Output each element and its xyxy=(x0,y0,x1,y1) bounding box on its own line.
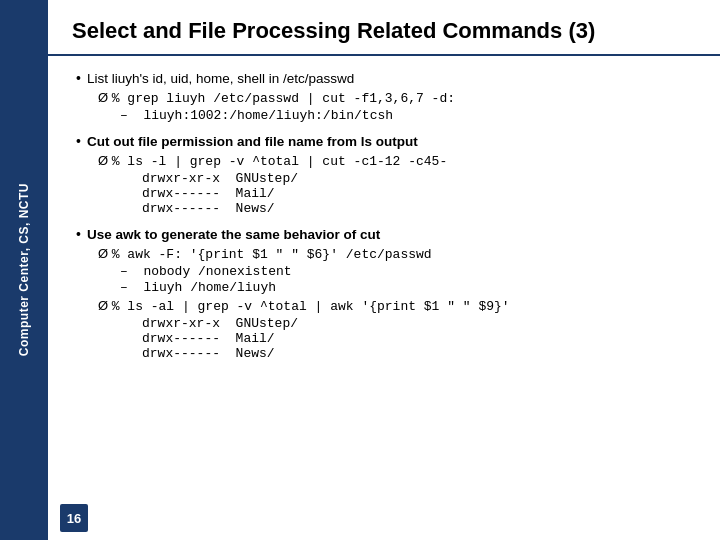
bullet-1: • xyxy=(76,70,81,86)
page-number: 16 xyxy=(60,504,88,532)
section-1-sub: Ø % grep liuyh /etc/passwd | cut -f1,3,6… xyxy=(98,90,692,123)
sidebar-label: Computer Center, CS, NCTU xyxy=(16,183,33,356)
section-1-output-1: – liuyh:1002:/home/liuyh:/bin/tcsh xyxy=(120,108,692,123)
section-1-title: • List liuyh's id, uid, home, shell in /… xyxy=(76,70,692,86)
section-3-output-1: – nobody /nonexistent xyxy=(120,264,692,279)
sidebar: Computer Center, CS, NCTU xyxy=(0,0,48,540)
section-3-output-3: drwxr-xr-x GNUstep/ xyxy=(142,316,692,331)
bullet-3: • xyxy=(76,226,81,242)
section-2-output-1: drwxr-xr-x GNUstep/ xyxy=(142,171,692,186)
section-2-title: • Cut out file permission and file name … xyxy=(76,133,692,149)
section-1-label: List liuyh's id, uid, home, shell in /et… xyxy=(87,71,354,86)
section-3-cmd-2: Ø % ls -al | grep -v ^total | awk '{prin… xyxy=(98,298,692,314)
section-3-output-4: drwx------ Mail/ xyxy=(142,331,692,346)
section-2-output-2: drwx------ Mail/ xyxy=(142,186,692,201)
section-3-label: Use awk to generate the same behavior of… xyxy=(87,227,380,242)
section-2-cmd-1: Ø % ls -l | grep -v ^total | cut -c1-12 … xyxy=(98,153,692,169)
section-1: • List liuyh's id, uid, home, shell in /… xyxy=(76,70,692,123)
section-2: • Cut out file permission and file name … xyxy=(76,133,692,216)
section-3-sub: Ø % awk -F: '{print $1 " " $6}' /etc/pas… xyxy=(98,246,692,361)
section-3-output-5: drwx------ News/ xyxy=(142,346,692,361)
section-1-cmd-1: Ø % grep liuyh /etc/passwd | cut -f1,3,6… xyxy=(98,90,692,106)
section-3-output-2: – liuyh /home/liuyh xyxy=(120,280,692,295)
bullet-2: • xyxy=(76,133,81,149)
header: Select and File Processing Related Comma… xyxy=(48,0,720,56)
section-3: • Use awk to generate the same behavior … xyxy=(76,226,692,361)
section-2-output-3: drwx------ News/ xyxy=(142,201,692,216)
section-3-title: • Use awk to generate the same behavior … xyxy=(76,226,692,242)
content-area: • List liuyh's id, uid, home, shell in /… xyxy=(48,56,720,496)
section-2-sub: Ø % ls -l | grep -v ^total | cut -c1-12 … xyxy=(98,153,692,216)
footer: 16 xyxy=(48,496,720,540)
section-2-label: Cut out file permission and file name fr… xyxy=(87,134,418,149)
page-title: Select and File Processing Related Comma… xyxy=(72,18,696,44)
section-3-cmd-1: Ø % awk -F: '{print $1 " " $6}' /etc/pas… xyxy=(98,246,692,262)
main-content: Select and File Processing Related Comma… xyxy=(48,0,720,540)
